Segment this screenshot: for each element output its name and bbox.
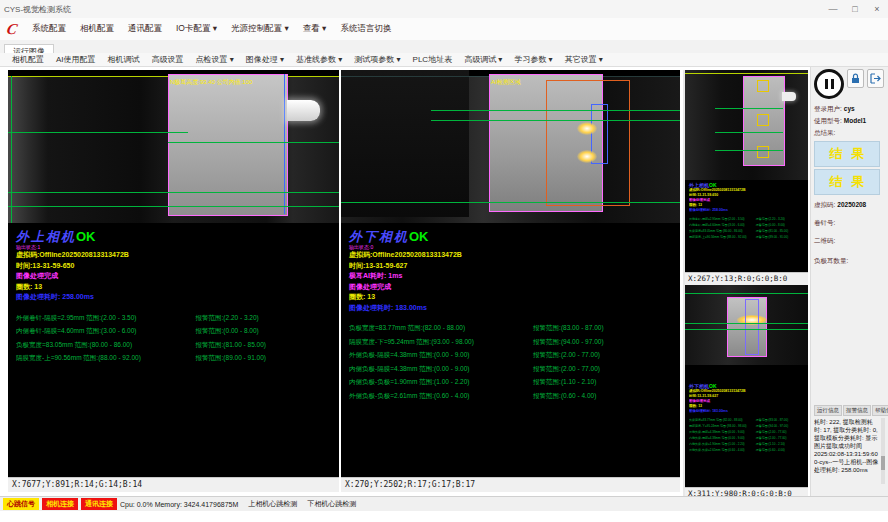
- panel-controls: [814, 69, 885, 99]
- measure-line: [715, 132, 783, 133]
- separator-tab-shape: [782, 92, 796, 101]
- window-controls: — □ ×: [822, 1, 888, 17]
- pause-button[interactable]: [814, 69, 844, 99]
- capture-time: 时间:13-31-59-627: [349, 261, 672, 272]
- process-done-text: 图像处理完成: [349, 282, 672, 293]
- menu-io-config[interactable]: IO卡配置 ▾: [169, 23, 224, 35]
- measurement-row: 隔膜宽度-下=95.24mm 范围:(93.00 - 98.00)报警范围:(9…: [349, 335, 672, 349]
- ai-region-label: AI检测区域: [491, 78, 521, 87]
- measurement-row: 隔膜宽度-上=90.56mm 范围:(88.00 - 92.00)报警范围:(8…: [16, 351, 331, 365]
- camera-lower-measurements: 负极宽度=83.77mm 范围:(82.00 - 88.00)报警范围:(83.…: [341, 321, 680, 402]
- menu-light-config[interactable]: 光源控制配置 ▾: [224, 23, 296, 35]
- virtual-barcode: 虚拟码:Offline2025020813313472B: [349, 250, 672, 261]
- camera-lower-result: OK: [409, 229, 429, 244]
- tab-highlight: [577, 122, 597, 135]
- machinery-block: [341, 70, 469, 217]
- cell-region-box: [168, 74, 288, 216]
- measurement-row: 外侧负极-隔膜=4.38mm 范围:(0.00 - 9.00)报警范围:(2.0…: [349, 348, 672, 362]
- camera-view-lower: AI检测区域 外下相机OK 输出状态:0 虚拟码:Offline20250208…: [341, 70, 680, 492]
- lock-button[interactable]: [847, 69, 864, 88]
- camera-connect-badge: 相机连接: [42, 498, 78, 510]
- process-done-text: 图像处理完成: [16, 271, 331, 282]
- tool-learn-params[interactable]: 学习参数 ▾: [508, 54, 558, 65]
- camera-lower-info: 外下相机OK 输出状态:0 虚拟码:Offline202502081331347…: [341, 223, 680, 313]
- top-reference-line: [685, 293, 808, 294]
- pause-icon: [831, 79, 834, 89]
- app-logo-icon: C: [3, 20, 21, 38]
- measure-line: [715, 150, 783, 151]
- login-user-row: 登录用户:cys: [814, 103, 885, 115]
- camera-lower-title: 外下相机: [349, 229, 409, 244]
- logout-button[interactable]: [867, 69, 884, 88]
- preview-lower-camera: 外下相机OK 虚拟码:Offline2025020813313472B 时间:1…: [683, 285, 808, 500]
- camera-upper-info: 外上相机OK 输出状态:1 虚拟码:Offline202502081331347…: [8, 223, 339, 303]
- edge-detect-line: [284, 74, 285, 214]
- model-row: 使用型号:Model1: [814, 115, 885, 127]
- camera-upper-image[interactable]: N极耳高度:93.40 公司内值:100: [8, 70, 339, 223]
- measure-line: [715, 108, 783, 109]
- ai-detect-region-box: [546, 80, 630, 206]
- tool-camera-config[interactable]: 相机配置: [6, 54, 50, 65]
- heartbeat-badge: 心跳信号: [3, 498, 39, 510]
- virtual-code-value: 20250208: [837, 201, 866, 208]
- measure-line: [431, 120, 680, 121]
- close-icon[interactable]: ×: [866, 1, 888, 17]
- log-tab-alarm[interactable]: 报警信息: [843, 405, 871, 416]
- needle-row: 卷针号:: [814, 217, 885, 229]
- menu-camera-config[interactable]: 相机配置: [73, 23, 121, 35]
- tab-highlight: [577, 150, 597, 163]
- turn-count: 圈数: 13: [349, 292, 672, 303]
- tool-baseline-params[interactable]: 基准线参数 ▾: [290, 54, 348, 65]
- separator-tab-shape: [287, 100, 320, 121]
- upper-heartbeat-text: 上相机心跳检测: [248, 499, 297, 509]
- camera-view-upper: N极耳高度:93.40 公司内值:100 外上相机OK 输出状态:1 虚拟码:O…: [8, 70, 339, 492]
- camera-upper-result: OK: [76, 229, 96, 244]
- log-text-area[interactable]: 耗时: 222, 提取检测耗时: 17, 提取分类耗时: 0, 提取模板分类耗时…: [814, 418, 885, 484]
- measure-line: [8, 192, 339, 193]
- menu-language-switch[interactable]: 系统语言切换: [333, 23, 398, 35]
- menu-system-config[interactable]: 系统配置: [25, 23, 73, 35]
- measure-line: [685, 323, 808, 324]
- measure-line: [685, 329, 808, 330]
- preview-upper-image[interactable]: [685, 70, 808, 180]
- ai-time: 极耳AI耗时: 1ms: [349, 271, 672, 282]
- maximize-icon[interactable]: □: [844, 1, 866, 17]
- menu-bar: C 系统配置 相机配置 通讯配置 IO卡配置 ▾ 光源控制配置 ▾ 查看 ▾ 系…: [0, 18, 888, 41]
- measure-line: [168, 142, 339, 143]
- minimize-icon[interactable]: —: [822, 1, 844, 17]
- preview-lower-image[interactable]: [685, 285, 808, 365]
- log-tab-help[interactable]: 帮助信息: [872, 405, 888, 416]
- menu-comm-config[interactable]: 通讯配置: [121, 23, 169, 35]
- tool-camera-debug[interactable]: 相机调试: [102, 54, 146, 65]
- log-tab-run[interactable]: 运行信息: [814, 405, 842, 416]
- virtual-code-row: 虚拟码:20250208: [814, 199, 885, 211]
- measurement-row: 负极宽度=83.05mm 范围:(80.00 - 86.00)报警范围:(81.…: [16, 338, 331, 352]
- tool-advanced-debug[interactable]: 高级调试 ▾: [458, 54, 508, 65]
- toolbar: 相机配置 AI使用配置 相机调试 高级设置 点检设置 ▾ 图像处理 ▾ 基准线参…: [0, 53, 888, 67]
- measure-line: [431, 110, 680, 111]
- tool-spot-check[interactable]: 点检设置 ▾: [190, 54, 240, 65]
- tool-advanced-settings[interactable]: 高级设置: [146, 54, 190, 65]
- title-bar: CYS-视觉检测系统 — □ ×: [0, 0, 888, 19]
- detect-box: [757, 80, 769, 92]
- result-box-lower: 结果: [814, 169, 880, 195]
- tool-image-process[interactable]: 图像处理 ▾: [240, 54, 290, 65]
- qrcode-row: 二维码:: [814, 235, 885, 247]
- tool-plc-table[interactable]: PLC地址表: [407, 54, 459, 65]
- preview-upper-info: 外上相机OK 虚拟码:Offline2025020813313472B 时间:1…: [685, 180, 808, 240]
- turn-count: 圈数: 13: [16, 282, 331, 293]
- log-scroll-thumb[interactable]: [881, 456, 885, 470]
- tab-count-row: 负极耳数量:: [814, 255, 885, 267]
- process-time: 图像处理耗时: 258.00ms: [16, 292, 331, 303]
- measure-line: [8, 132, 188, 133]
- menu-view[interactable]: 查看 ▾: [296, 23, 334, 35]
- camera-lower-image[interactable]: AI检测区域: [341, 70, 680, 223]
- tool-other-settings[interactable]: 其它设置 ▾: [559, 54, 609, 65]
- tool-test-params[interactable]: 测试项参数 ▾: [348, 54, 406, 65]
- model-value: Model1: [844, 117, 866, 124]
- tool-ai-config[interactable]: AI使用配置: [50, 54, 102, 65]
- measurement-row: 内侧负极-负极=1.90mm 范围:(1.00 - 2.20)报警范围:(1.1…: [349, 375, 672, 389]
- log-scrollbar[interactable]: [881, 418, 885, 484]
- comm-connect-badge: 通讯连接: [81, 498, 117, 510]
- measurement-row: 负极宽度=83.77mm 范围:(82.00 - 88.00)报警范围:(83.…: [349, 321, 672, 335]
